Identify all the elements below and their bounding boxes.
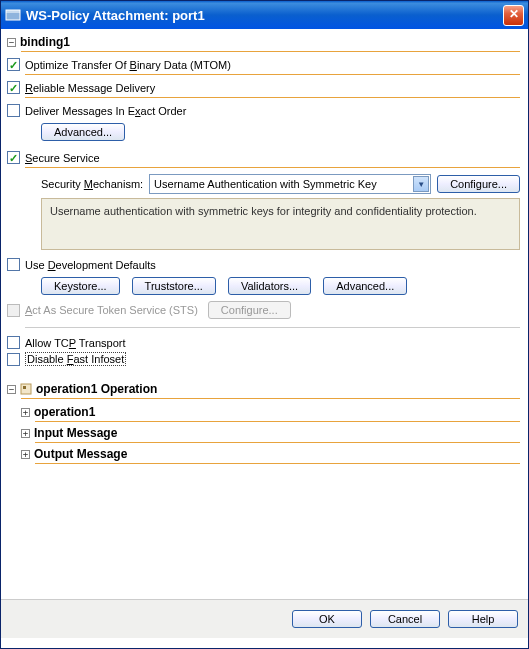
expand-input-msg[interactable]: + bbox=[21, 429, 30, 438]
output-msg-title: Output Message bbox=[34, 447, 127, 461]
svg-rect-3 bbox=[23, 386, 26, 389]
window-title: WS-Policy Attachment: port1 bbox=[26, 8, 503, 23]
svg-rect-1 bbox=[6, 10, 20, 13]
sts-configure-button: Configure... bbox=[208, 301, 291, 319]
divider bbox=[21, 51, 520, 52]
binding-title: binding1 bbox=[20, 35, 70, 49]
secure-configure-button[interactable]: Configure... bbox=[437, 175, 520, 193]
reliable-advanced-button[interactable]: Advanced... bbox=[41, 123, 125, 141]
app-icon bbox=[5, 7, 21, 23]
ok-button[interactable]: OK bbox=[292, 610, 362, 628]
mechanism-label: Security Mechanism: bbox=[41, 178, 143, 190]
tcp-checkbox[interactable] bbox=[7, 336, 20, 349]
validators-button[interactable]: Validators... bbox=[228, 277, 311, 295]
tcp-label[interactable]: Allow TCP Transport bbox=[25, 337, 125, 349]
keystore-button[interactable]: Keystore... bbox=[41, 277, 120, 295]
mechanism-description: Username authentication with symmetric k… bbox=[41, 198, 520, 250]
divider bbox=[21, 398, 520, 399]
operation-icon bbox=[20, 383, 32, 395]
optimize-checkbox[interactable] bbox=[7, 58, 20, 71]
sts-checkbox bbox=[7, 304, 20, 317]
reliable-checkbox[interactable] bbox=[7, 81, 20, 94]
secure-advanced-button[interactable]: Advanced... bbox=[323, 277, 407, 295]
expand-output-msg[interactable]: + bbox=[21, 450, 30, 459]
reliable-label[interactable]: Reliable Message Delivery bbox=[25, 82, 155, 94]
deliver-order-label[interactable]: Deliver Messages In Exact Order bbox=[25, 105, 186, 117]
divider bbox=[35, 463, 520, 464]
mechanism-value: Username Authentication with Symmetric K… bbox=[154, 178, 377, 190]
divider bbox=[25, 97, 520, 98]
collapse-operation[interactable]: − bbox=[7, 385, 16, 394]
input-msg-title: Input Message bbox=[34, 426, 117, 440]
sts-label: Act As Secure Token Service (STS) bbox=[25, 304, 198, 316]
fastinfoset-label[interactable]: Disable Fast Infoset bbox=[25, 352, 126, 366]
optimize-label[interactable]: Optimize Transfer Of Binary Data (MTOM) bbox=[25, 59, 231, 71]
collapse-binding[interactable]: − bbox=[7, 38, 16, 47]
secure-label[interactable]: Secure Service bbox=[25, 152, 100, 164]
divider bbox=[25, 167, 520, 168]
divider bbox=[25, 74, 520, 75]
devdefaults-label[interactable]: Use Development Defaults bbox=[25, 259, 156, 271]
divider bbox=[35, 442, 520, 443]
fastinfoset-checkbox[interactable] bbox=[7, 353, 20, 366]
cancel-button[interactable]: Cancel bbox=[370, 610, 440, 628]
secure-checkbox[interactable] bbox=[7, 151, 20, 164]
help-button[interactable]: Help bbox=[448, 610, 518, 628]
mechanism-select[interactable]: Username Authentication with Symmetric K… bbox=[149, 174, 431, 194]
operation-title: operation1 Operation bbox=[36, 382, 157, 396]
divider bbox=[25, 327, 520, 328]
close-button[interactable]: ✕ bbox=[503, 5, 524, 26]
expand-op1[interactable]: + bbox=[21, 408, 30, 417]
devdefaults-checkbox[interactable] bbox=[7, 258, 20, 271]
dropdown-arrow-icon: ▼ bbox=[413, 176, 429, 192]
truststore-button[interactable]: Truststore... bbox=[132, 277, 216, 295]
op1-title: operation1 bbox=[34, 405, 95, 419]
deliver-order-checkbox[interactable] bbox=[7, 104, 20, 117]
divider bbox=[35, 421, 520, 422]
